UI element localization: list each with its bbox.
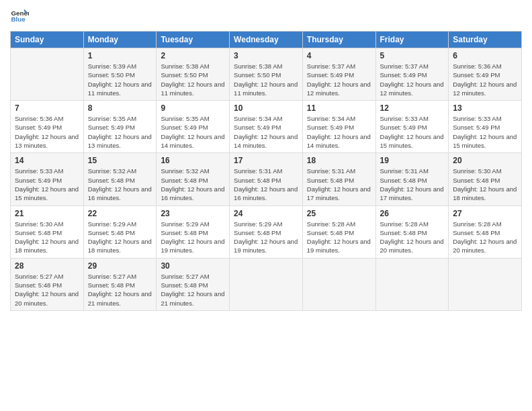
calendar-cell: 19Sunrise: 5:31 AM Sunset: 5:48 PM Dayli… bbox=[375, 153, 449, 205]
day-info: Sunrise: 5:31 AM Sunset: 5:48 PM Dayligh… bbox=[234, 167, 298, 202]
calendar-cell: 21Sunrise: 5:30 AM Sunset: 5:48 PM Dayli… bbox=[11, 205, 84, 258]
calendar-cell: 12Sunrise: 5:33 AM Sunset: 5:49 PM Dayli… bbox=[375, 101, 449, 153]
logo: General Blue bbox=[10, 7, 29, 26]
day-info: Sunrise: 5:38 AM Sunset: 5:50 PM Dayligh… bbox=[234, 62, 298, 97]
calendar-week-row: 21Sunrise: 5:30 AM Sunset: 5:48 PM Dayli… bbox=[11, 205, 522, 258]
day-info: Sunrise: 5:36 AM Sunset: 5:49 PM Dayligh… bbox=[15, 114, 79, 150]
day-number: 11 bbox=[307, 103, 371, 113]
day-info: Sunrise: 5:32 AM Sunset: 5:48 PM Dayligh… bbox=[161, 167, 225, 202]
calendar-cell bbox=[375, 258, 449, 310]
calendar-cell: 10Sunrise: 5:34 AM Sunset: 5:49 PM Dayli… bbox=[230, 101, 303, 153]
day-info: Sunrise: 5:39 AM Sunset: 5:50 PM Dayligh… bbox=[88, 62, 152, 97]
calendar-cell bbox=[230, 258, 303, 310]
calendar-table: SundayMondayTuesdayWednesdayThursdayFrid… bbox=[10, 31, 522, 311]
day-number: 14 bbox=[15, 156, 79, 165]
day-number: 13 bbox=[453, 103, 517, 113]
day-info: Sunrise: 5:28 AM Sunset: 5:48 PM Dayligh… bbox=[380, 220, 445, 255]
day-number: 5 bbox=[380, 51, 445, 60]
header-wednesday: Wednesday bbox=[230, 32, 303, 48]
day-info: Sunrise: 5:28 AM Sunset: 5:48 PM Dayligh… bbox=[307, 220, 371, 255]
calendar-week-row: 7Sunrise: 5:36 AM Sunset: 5:49 PM Daylig… bbox=[11, 101, 522, 153]
day-number: 16 bbox=[161, 156, 225, 165]
day-info: Sunrise: 5:35 AM Sunset: 5:49 PM Dayligh… bbox=[161, 114, 225, 150]
calendar-cell: 7Sunrise: 5:36 AM Sunset: 5:49 PM Daylig… bbox=[11, 101, 84, 153]
calendar-cell: 15Sunrise: 5:32 AM Sunset: 5:48 PM Dayli… bbox=[83, 153, 157, 205]
calendar-cell bbox=[302, 258, 375, 310]
header-tuesday: Tuesday bbox=[157, 32, 230, 48]
day-number: 25 bbox=[307, 209, 371, 218]
day-number: 6 bbox=[453, 51, 517, 60]
day-number: 29 bbox=[88, 261, 152, 271]
day-number: 27 bbox=[453, 209, 517, 218]
calendar-cell: 20Sunrise: 5:30 AM Sunset: 5:48 PM Dayli… bbox=[449, 153, 522, 205]
calendar-cell: 1Sunrise: 5:39 AM Sunset: 5:50 PM Daylig… bbox=[83, 48, 157, 101]
calendar-cell: 25Sunrise: 5:28 AM Sunset: 5:48 PM Dayli… bbox=[302, 205, 375, 258]
day-info: Sunrise: 5:27 AM Sunset: 5:48 PM Dayligh… bbox=[88, 272, 152, 308]
calendar-cell: 18Sunrise: 5:31 AM Sunset: 5:48 PM Dayli… bbox=[302, 153, 375, 205]
calendar-cell: 13Sunrise: 5:33 AM Sunset: 5:49 PM Dayli… bbox=[449, 101, 522, 153]
day-number: 18 bbox=[307, 156, 371, 165]
day-info: Sunrise: 5:36 AM Sunset: 5:49 PM Dayligh… bbox=[453, 62, 517, 97]
day-info: Sunrise: 5:37 AM Sunset: 5:49 PM Dayligh… bbox=[307, 62, 371, 97]
day-number: 19 bbox=[380, 156, 445, 165]
calendar-week-row: 14Sunrise: 5:33 AM Sunset: 5:49 PM Dayli… bbox=[11, 153, 522, 205]
calendar-header-row: SundayMondayTuesdayWednesdayThursdayFrid… bbox=[11, 32, 522, 48]
day-info: Sunrise: 5:31 AM Sunset: 5:48 PM Dayligh… bbox=[307, 167, 371, 202]
calendar-cell: 3Sunrise: 5:38 AM Sunset: 5:50 PM Daylig… bbox=[230, 48, 303, 101]
calendar-cell: 24Sunrise: 5:29 AM Sunset: 5:48 PM Dayli… bbox=[230, 205, 303, 258]
day-info: Sunrise: 5:31 AM Sunset: 5:48 PM Dayligh… bbox=[380, 167, 445, 202]
svg-text:Blue: Blue bbox=[11, 15, 26, 23]
day-info: Sunrise: 5:34 AM Sunset: 5:49 PM Dayligh… bbox=[234, 114, 298, 150]
logo-icon: General Blue bbox=[10, 7, 29, 26]
day-number: 17 bbox=[234, 156, 298, 165]
calendar-cell: 6Sunrise: 5:36 AM Sunset: 5:49 PM Daylig… bbox=[449, 48, 522, 101]
calendar-cell: 8Sunrise: 5:35 AM Sunset: 5:49 PM Daylig… bbox=[83, 101, 157, 153]
calendar-cell: 28Sunrise: 5:27 AM Sunset: 5:48 PM Dayli… bbox=[11, 258, 84, 310]
day-info: Sunrise: 5:30 AM Sunset: 5:48 PM Dayligh… bbox=[15, 220, 79, 255]
day-number: 3 bbox=[234, 51, 298, 60]
calendar-cell: 22Sunrise: 5:29 AM Sunset: 5:48 PM Dayli… bbox=[83, 205, 157, 258]
day-number: 12 bbox=[380, 103, 445, 113]
day-info: Sunrise: 5:29 AM Sunset: 5:48 PM Dayligh… bbox=[234, 220, 298, 255]
day-number: 23 bbox=[161, 209, 225, 218]
calendar-cell: 5Sunrise: 5:37 AM Sunset: 5:49 PM Daylig… bbox=[375, 48, 449, 101]
calendar-cell: 9Sunrise: 5:35 AM Sunset: 5:49 PM Daylig… bbox=[157, 101, 230, 153]
day-info: Sunrise: 5:29 AM Sunset: 5:48 PM Dayligh… bbox=[88, 220, 152, 255]
calendar-cell: 2Sunrise: 5:38 AM Sunset: 5:50 PM Daylig… bbox=[157, 48, 230, 101]
page-header: General Blue bbox=[10, 7, 522, 26]
day-number: 21 bbox=[15, 209, 79, 218]
day-info: Sunrise: 5:27 AM Sunset: 5:48 PM Dayligh… bbox=[161, 272, 225, 308]
calendar-cell bbox=[449, 258, 522, 310]
day-info: Sunrise: 5:29 AM Sunset: 5:48 PM Dayligh… bbox=[161, 220, 225, 255]
day-number: 1 bbox=[88, 51, 152, 60]
day-number: 15 bbox=[88, 156, 152, 165]
day-number: 9 bbox=[161, 103, 225, 113]
day-info: Sunrise: 5:33 AM Sunset: 5:49 PM Dayligh… bbox=[453, 114, 517, 150]
day-number: 8 bbox=[88, 103, 152, 113]
day-info: Sunrise: 5:34 AM Sunset: 5:49 PM Dayligh… bbox=[307, 114, 371, 150]
day-info: Sunrise: 5:38 AM Sunset: 5:50 PM Dayligh… bbox=[161, 62, 225, 97]
day-number: 22 bbox=[88, 209, 152, 218]
day-number: 26 bbox=[380, 209, 445, 218]
day-number: 28 bbox=[15, 261, 79, 271]
calendar-cell: 29Sunrise: 5:27 AM Sunset: 5:48 PM Dayli… bbox=[83, 258, 157, 310]
header-saturday: Saturday bbox=[449, 32, 522, 48]
day-number: 2 bbox=[161, 51, 225, 60]
calendar-cell: 16Sunrise: 5:32 AM Sunset: 5:48 PM Dayli… bbox=[157, 153, 230, 205]
calendar-cell: 30Sunrise: 5:27 AM Sunset: 5:48 PM Dayli… bbox=[157, 258, 230, 310]
day-info: Sunrise: 5:33 AM Sunset: 5:49 PM Dayligh… bbox=[380, 114, 445, 150]
day-number: 20 bbox=[453, 156, 517, 165]
header-thursday: Thursday bbox=[302, 32, 375, 48]
calendar-week-row: 1Sunrise: 5:39 AM Sunset: 5:50 PM Daylig… bbox=[11, 48, 522, 101]
day-number: 24 bbox=[234, 209, 298, 218]
calendar-cell bbox=[11, 48, 84, 101]
calendar-cell: 4Sunrise: 5:37 AM Sunset: 5:49 PM Daylig… bbox=[302, 48, 375, 101]
day-info: Sunrise: 5:28 AM Sunset: 5:48 PM Dayligh… bbox=[453, 220, 517, 255]
header-friday: Friday bbox=[375, 32, 449, 48]
day-info: Sunrise: 5:32 AM Sunset: 5:48 PM Dayligh… bbox=[88, 167, 152, 202]
calendar-cell: 11Sunrise: 5:34 AM Sunset: 5:49 PM Dayli… bbox=[302, 101, 375, 153]
header-sunday: Sunday bbox=[11, 32, 84, 48]
calendar-cell: 17Sunrise: 5:31 AM Sunset: 5:48 PM Dayli… bbox=[230, 153, 303, 205]
calendar-cell: 23Sunrise: 5:29 AM Sunset: 5:48 PM Dayli… bbox=[157, 205, 230, 258]
day-info: Sunrise: 5:30 AM Sunset: 5:48 PM Dayligh… bbox=[453, 167, 517, 202]
